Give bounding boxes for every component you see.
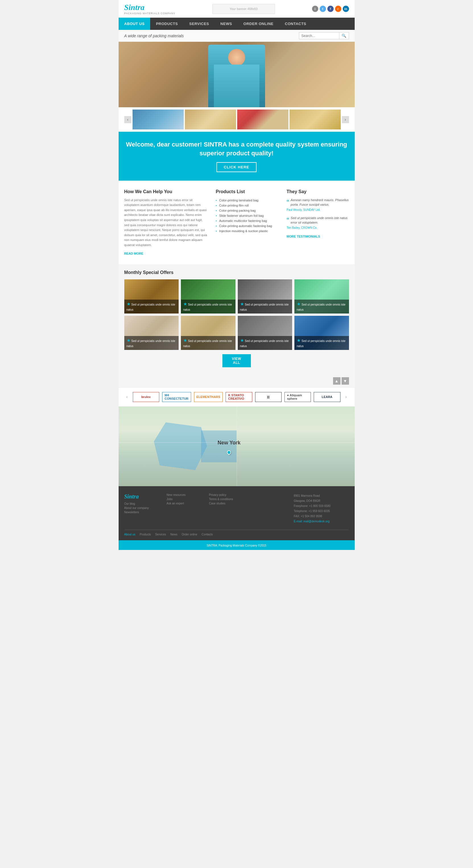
star-icon: ★ (240, 302, 244, 306)
scroll-buttons: ▲ ▼ (119, 377, 355, 388)
nav-item-services[interactable]: SERVICES (184, 18, 215, 30)
thumb-1[interactable] (132, 110, 184, 129)
products-column: Products List Color-printing laminated b… (216, 189, 287, 256)
footer-link[interactable]: About our company (124, 506, 161, 509)
social-icon-info[interactable]: i (312, 6, 318, 12)
testimonial-quote: “Aenean namy hendrerit mauris. Phasellus… (287, 198, 349, 211)
search-input[interactable] (299, 32, 339, 39)
welcome-band: Welcome, dear customer! SINTRA has a com… (119, 132, 355, 181)
footer-address: 8901 Marmora Road Glasgow, DO4 89GR Free… (294, 493, 349, 524)
offer-caption-text: Sed ut perspiciatis unde omnis iste natu… (240, 303, 289, 311)
footer-nav-news[interactable]: News (170, 533, 178, 536)
footer-col3: Privacy policyTerms & conditionsCase stu… (209, 493, 246, 524)
offer-card[interactable]: ★Sed ut perspiciatis unde omnis iste nat… (238, 279, 292, 313)
partner-logo-unknown1[interactable]: ||| (255, 392, 282, 402)
social-icon-twitter[interactable]: t (320, 6, 326, 12)
footer-link[interactable]: Our blog (124, 502, 161, 505)
partners-next-button[interactable]: › (343, 394, 349, 399)
nav-item-news[interactable]: NEWS (215, 18, 238, 30)
product-list-item: Color-printing automatic fastening bag (216, 223, 278, 228)
footer-nav-about-us[interactable]: About us (124, 533, 135, 536)
welcome-text: Welcome, dear customer! SINTRA has a com… (124, 140, 349, 158)
thumb-4[interactable] (289, 110, 341, 129)
footer: Sintra Our blogAbout our companyNewslett… (119, 486, 355, 540)
social-icon-facebook[interactable]: f (327, 6, 334, 12)
search-form: 🔍 (299, 32, 349, 39)
products-list: Color-printing laminated bagColor-printi… (216, 198, 278, 234)
footer-nav-order-online[interactable]: Order online (182, 533, 197, 536)
footer-link[interactable]: Terms & conditions (209, 498, 246, 501)
address-email: E-mail: mail@demodesk.org (294, 519, 349, 524)
thumbnail-strip: ‹ › (119, 107, 355, 132)
offer-caption-text: Sed ut perspiciatis unde omnis iste natu… (183, 303, 232, 311)
footer-nav-services[interactable]: Services (155, 533, 166, 536)
offer-card[interactable]: ★Sed ut perspiciatis unde omnis iste nat… (294, 279, 349, 313)
partner-logo-leara[interactable]: LEARA (314, 392, 340, 402)
footer-col2: New resourcesJobsAsk an expert (167, 493, 203, 524)
offer-card[interactable]: ★Sed ut perspiciatis unde omnis iste nat… (238, 316, 292, 350)
main-nav: ABOUT USPRODUCTSSERVICESNEWSORDER ONLINE… (119, 18, 355, 30)
testimonials-title: They Say (287, 189, 349, 194)
social-icon-linkedin[interactable]: in (343, 6, 349, 12)
quote-mark-icon: “ (287, 200, 289, 205)
subtitle-bar: A wide range of packing materials 🔍 (119, 30, 355, 42)
product-list-item: Color-printing packing bag (216, 208, 278, 213)
partners-prev-button[interactable]: ‹ (124, 394, 130, 399)
three-col-section: How We Can Help You Sed ut perspiciatis … (119, 181, 355, 264)
nav-item-about-us[interactable]: ABOUT US (119, 18, 151, 30)
offer-caption-text: Sed ut perspiciatis unde omnis iste natu… (127, 303, 176, 311)
quote-mark-icon: “ (287, 218, 289, 222)
view-all-button[interactable]: VIEW ALL (222, 354, 251, 367)
nav-item-order-online[interactable]: ORDER ONLINE (238, 18, 279, 30)
scroll-down-button[interactable]: ▼ (342, 377, 349, 385)
star-icon: ★ (183, 302, 187, 306)
scroll-up-button[interactable]: ▲ (333, 377, 341, 385)
star-icon: ★ (297, 338, 301, 343)
footer-link[interactable]: Privacy policy (209, 493, 246, 496)
offer-card[interactable]: ★Sed ut perspiciatis unde omnis iste nat… (181, 279, 235, 313)
product-list-item: Color-printing film roll (216, 203, 278, 208)
nav-item-contacts[interactable]: CONTACTS (279, 18, 312, 30)
thumb-3[interactable] (237, 110, 288, 129)
star-icon: ★ (183, 338, 187, 343)
offer-card[interactable]: ★Sed ut perspiciatis unde omnis iste nat… (124, 316, 179, 350)
footer-link[interactable]: Newsletters (124, 511, 161, 514)
banner-slot: Your banner 468x60 (213, 4, 275, 14)
partner-logo-aliquam-sphere[interactable]: ● Aliquam sphere (284, 392, 311, 402)
offer-card[interactable]: ★Sed ut perspiciatis unde omnis iste nat… (124, 279, 179, 313)
prev-slide-button[interactable]: ‹ (124, 116, 131, 123)
click-here-button[interactable]: CLICK HERE (216, 162, 257, 172)
offer-caption-text: Sed ut perspiciatis unde omnis iste natu… (183, 339, 232, 348)
partner-logo-elementhars[interactable]: ELEMENTHARS (194, 392, 223, 402)
social-icon-rss[interactable]: r (335, 6, 341, 12)
header: Sintra PACKAGING MATERIALS COMPANY Your … (119, 0, 355, 18)
read-more-link[interactable]: READ MORE (124, 252, 144, 255)
logo: Sintra PACKAGING MATERIALS COMPANY (124, 3, 176, 15)
thumb-2[interactable] (185, 110, 236, 129)
footer-link[interactable]: Ask an expert (167, 502, 203, 505)
nav-item-products[interactable]: PRODUCTS (150, 18, 184, 30)
footer-link[interactable]: New resources (167, 493, 203, 496)
partner-logo-brulex[interactable]: brulex (133, 392, 159, 402)
footer-nav-products[interactable]: Products (140, 533, 151, 536)
subtitle-text: A wide range of packing materials (124, 34, 184, 38)
footer-nav-contacts[interactable]: Contacts (202, 533, 213, 536)
product-list-item: Color-printing laminated bag (216, 198, 278, 203)
partner-logo-m4[interactable]: M4 CONSECTETUR (162, 392, 191, 402)
help-body: Sed ut perspiciatis unde omnis iste natu… (124, 198, 207, 248)
bottom-bar: SINTRA: Packaging Materials Company ©201… (119, 540, 355, 550)
next-slide-button[interactable]: › (342, 116, 349, 123)
star-icon: ★ (297, 302, 301, 306)
offer-card[interactable]: ★Sed ut perspiciatis unde omnis iste nat… (181, 316, 235, 350)
search-button[interactable]: 🔍 (339, 32, 349, 39)
partner-logo-stanto-creativo[interactable]: K STANTO CREATIVO (225, 392, 252, 402)
offer-card[interactable]: ★Sed ut perspiciatis unde omnis iste nat… (294, 316, 349, 350)
footer-link[interactable]: Jobs (167, 498, 203, 501)
footer-link[interactable]: Case studies (209, 502, 246, 505)
map-city-label: New York (218, 440, 240, 446)
quote-author: Tim Bailey, CROWN Co. (287, 226, 349, 229)
offer-caption-text: Sed ut perspiciatis unde omnis iste natu… (297, 303, 346, 311)
offer-caption: ★Sed ut perspiciatis unde omnis iste nat… (181, 336, 235, 350)
offer-caption: ★Sed ut perspiciatis unde omnis iste nat… (238, 300, 292, 313)
more-testimonials-link[interactable]: MORE TESTIMONIALS (287, 235, 320, 238)
